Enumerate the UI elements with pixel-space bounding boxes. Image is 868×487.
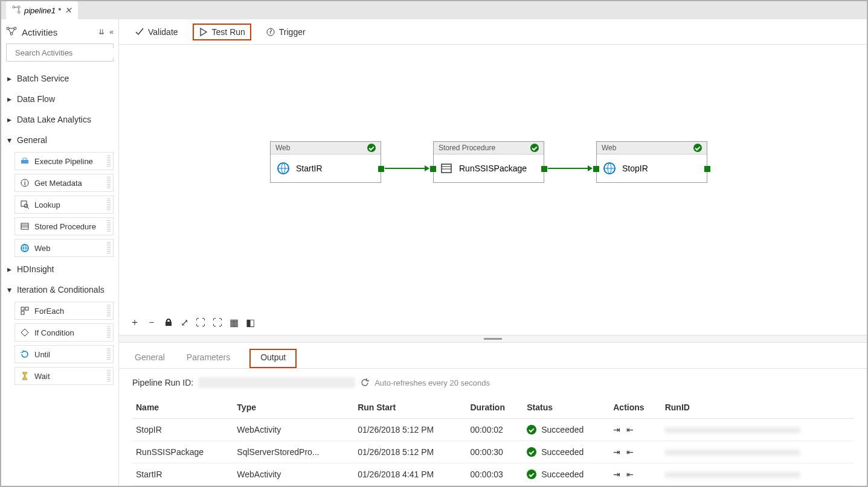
run-id-cell: xxxxxxxxxxxxxxxxxxxxxxxxxxxxxxxx (665, 425, 800, 434)
tab-parameters[interactable]: Parameters (184, 349, 233, 368)
search-activities[interactable] (6, 43, 114, 62)
close-icon[interactable]: ✕ (65, 5, 72, 15)
svg-rect-20 (21, 311, 24, 314)
run-id-label: Pipeline Run ID: (132, 378, 193, 387)
activity-icon (20, 306, 30, 316)
output-row: RunSSISPackage SqlServerStoredPro... 01/… (132, 441, 854, 463)
zoom-100-icon[interactable]: ⛶ (196, 317, 205, 328)
input-port[interactable] (593, 166, 599, 172)
svg-rect-8 (21, 160, 28, 164)
connector[interactable] (548, 168, 588, 169)
zoom-out-icon[interactable]: － (147, 316, 156, 329)
output-action-icon[interactable]: ⇤ (626, 469, 634, 479)
svg-rect-11 (21, 201, 27, 206)
refresh-icon[interactable] (360, 378, 370, 387)
input-action-icon[interactable]: ⇥ (613, 447, 620, 457)
drag-grip-icon (107, 305, 111, 317)
column-type[interactable]: Type (233, 396, 354, 419)
collapse-all-icon[interactable]: ⇊ (98, 28, 104, 36)
activity-stored-procedure[interactable]: Stored Procedure (14, 217, 114, 235)
success-icon (527, 469, 536, 479)
activity-execute-pipeline[interactable]: Execute Pipeline (14, 152, 114, 170)
run-id-value (198, 377, 355, 388)
activity-until[interactable]: Until (14, 345, 114, 363)
check-icon (135, 27, 144, 37)
output-row: StartIR WebActivity 01/26/2018 4:41 PM 0… (132, 463, 854, 486)
connector[interactable] (385, 168, 425, 169)
activity-icon (20, 349, 30, 359)
sidebar-group-general[interactable]: ▾General (6, 132, 114, 148)
test-run-button[interactable]: Test Run (193, 24, 251, 40)
svg-rect-18 (21, 307, 24, 310)
svg-rect-23 (442, 164, 451, 173)
input-action-icon[interactable]: ⇥ (613, 469, 620, 479)
activity-icon (20, 221, 30, 231)
activity-foreach[interactable]: ForEach (14, 302, 114, 320)
run-id-cell: xxxxxxxxxxxxxxxxxxxxxxxxxxxxxxxx (665, 447, 800, 457)
trigger-button[interactable]: Trigger (262, 25, 309, 39)
output-port[interactable] (541, 166, 547, 172)
pipeline-toolbar: Validate Test Run Trigger (119, 19, 867, 45)
fullscreen-icon[interactable]: ⛶ (213, 317, 222, 328)
sidebar-group-iteration-conditionals[interactable]: ▾Iteration & Conditionals (6, 281, 114, 298)
tab-general[interactable]: General (132, 349, 167, 368)
column-name[interactable]: Name (132, 396, 233, 419)
activity-lookup[interactable]: Lookup (14, 196, 114, 214)
node-type-icon (440, 162, 453, 175)
sidebar-group-batch-service[interactable]: ▸Batch Service (6, 70, 114, 87)
tab-pipeline[interactable]: pipeline1 * ✕ (6, 1, 78, 19)
zoom-in-icon[interactable]: ＋ (130, 316, 140, 329)
svg-line-13 (27, 207, 29, 209)
drag-grip-icon (107, 177, 111, 189)
activity-icon (20, 328, 30, 337)
panel-resize-handle[interactable] (119, 336, 867, 343)
drag-grip-icon (107, 348, 111, 360)
activity-wait[interactable]: Wait (14, 367, 114, 385)
validate-button[interactable]: Validate (131, 25, 182, 39)
input-action-icon[interactable]: ⇥ (613, 425, 620, 434)
activity-icon (20, 156, 30, 166)
search-input[interactable] (15, 48, 117, 57)
drag-grip-icon (107, 220, 111, 232)
column-status[interactable]: Status (523, 396, 609, 419)
lock-icon[interactable]: 🔒︎ (164, 317, 173, 328)
column-run-start[interactable]: Run Start (354, 396, 466, 419)
sidebar-group-data-lake-analytics[interactable]: ▸Data Lake Analytics (6, 111, 114, 128)
sidebar-group-hdinsight[interactable]: ▸HDInsight (6, 261, 114, 278)
drag-grip-icon (107, 199, 111, 211)
column-duration[interactable]: Duration (466, 396, 523, 419)
node-runssispackage[interactable]: Stored Procedure RunSSISPackage (433, 141, 544, 183)
drag-grip-icon (107, 155, 111, 167)
activity-icon (20, 371, 30, 381)
arrow-icon (588, 165, 593, 171)
column-runid[interactable]: RunID (661, 396, 854, 419)
layout-icon[interactable]: ◧ (246, 317, 255, 328)
column-actions[interactable]: Actions (609, 396, 661, 419)
tab-output[interactable]: Output (249, 349, 297, 368)
activity-if-condition[interactable]: If Condition (14, 323, 114, 342)
toggle-sidebar-icon[interactable]: « (109, 28, 114, 36)
activity-icon: i (20, 178, 30, 188)
sidebar-group-data-flow[interactable]: ▸Data Flow (6, 91, 114, 107)
panel-tabs: General Parameters Output (119, 343, 867, 369)
output-action-icon[interactable]: ⇤ (626, 447, 634, 457)
activity-get-metadata[interactable]: iGet Metadata (14, 174, 114, 192)
output-port[interactable] (704, 166, 710, 172)
arrow-icon (425, 165, 429, 171)
trigger-icon (266, 27, 275, 37)
activity-web[interactable]: Web (14, 239, 114, 257)
align-icon[interactable]: ▦ (230, 317, 239, 328)
success-icon (527, 447, 536, 457)
input-port[interactable] (430, 166, 436, 172)
output-action-icon[interactable]: ⇤ (626, 425, 634, 434)
activity-icon (20, 243, 30, 253)
activities-icon (6, 25, 17, 39)
svg-text:i: i (24, 180, 25, 186)
svg-rect-14 (21, 223, 28, 229)
output-port[interactable] (378, 166, 384, 172)
node-startir[interactable]: Web StartIR (270, 141, 381, 183)
node-stopir[interactable]: Web StopIR (596, 141, 707, 183)
pipeline-canvas[interactable]: ＋ － 🔒︎ ⤢ ⛶ ⛶ ▦ ◧ Web StartIR Stored Proc… (119, 45, 867, 335)
fit-icon[interactable]: ⤢ (181, 317, 188, 328)
pipeline-icon (12, 5, 21, 16)
